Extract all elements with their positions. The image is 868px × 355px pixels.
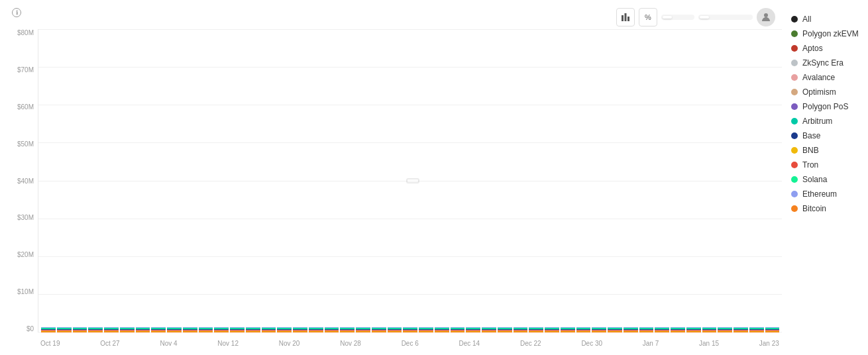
bar-group[interactable] — [183, 327, 197, 332]
bar-group[interactable] — [104, 327, 119, 332]
bar-group[interactable] — [514, 327, 528, 332]
bar-group[interactable] — [608, 327, 622, 332]
legend-item[interactable]: Base — [791, 131, 861, 140]
bar-group[interactable] — [120, 327, 135, 332]
bar-group[interactable] — [702, 327, 717, 332]
bar-group[interactable] — [419, 327, 433, 332]
x-label: Nov 28 — [340, 340, 361, 347]
bar-group[interactable] — [655, 327, 669, 332]
legend-item[interactable]: Optimism — [791, 87, 861, 97]
time-y-btn[interactable] — [742, 16, 751, 19]
bar-group[interactable] — [592, 327, 606, 332]
bars-container — [38, 29, 782, 332]
bar-group[interactable] — [624, 327, 638, 332]
legend-dot — [791, 176, 798, 183]
bar-chart-icon-btn[interactable] — [616, 8, 635, 26]
legend-item[interactable]: Aptos — [791, 44, 861, 53]
bar-group[interactable] — [167, 327, 182, 332]
svg-text:%: % — [645, 13, 651, 21]
legend-item[interactable]: Polygon zkEVM — [791, 29, 861, 38]
legend-item[interactable]: Bitcoin — [791, 204, 861, 213]
title-group: ℹ — [8, 8, 21, 19]
legend-dot — [791, 147, 798, 154]
bar-group[interactable] — [482, 327, 496, 332]
bar-group[interactable] — [686, 327, 701, 332]
legend-dot — [791, 162, 798, 168]
x-label: Dec 6 — [402, 340, 419, 347]
info-icon[interactable]: ℹ — [12, 8, 21, 17]
legend-item[interactable]: Polygon PoS — [791, 102, 861, 111]
bar-group[interactable] — [199, 327, 213, 332]
legend-item[interactable]: Arbitrum — [791, 117, 861, 126]
bar-group[interactable] — [545, 327, 559, 332]
filter-l2-btn[interactable] — [684, 16, 693, 19]
bar-group[interactable] — [451, 327, 465, 332]
bar-group[interactable] — [214, 327, 229, 332]
bar-group[interactable] — [529, 327, 543, 332]
x-labels: Oct 19Oct 27Nov 4Nov 12Nov 20Nov 28Dec 6… — [38, 340, 782, 347]
time-w-btn[interactable] — [710, 16, 720, 19]
bar-group[interactable] — [498, 327, 512, 332]
legend: AllPolygon zkEVMAptosZkSync EraAvalanceO… — [782, 8, 868, 347]
bar-group[interactable] — [293, 327, 307, 332]
legend-dot — [791, 132, 798, 139]
legend-label: Polygon zkEVM — [802, 29, 859, 38]
time-m-btn[interactable] — [721, 16, 730, 19]
bar-group[interactable] — [639, 327, 654, 332]
bar-group[interactable] — [733, 327, 748, 332]
time-d-btn[interactable] — [700, 16, 709, 19]
filter-l1-btn[interactable] — [673, 16, 682, 19]
bar-group[interactable] — [372, 327, 386, 332]
bar-group[interactable] — [435, 327, 449, 332]
bar-group[interactable] — [57, 327, 72, 332]
x-label: Dec 30 — [581, 340, 602, 347]
bar-group[interactable] — [41, 327, 56, 332]
legend-item[interactable]: Tron — [791, 160, 861, 170]
bar-group[interactable] — [356, 327, 370, 332]
bar-group[interactable] — [73, 327, 87, 332]
bar-group[interactable] — [88, 327, 103, 332]
legend-label: Arbitrum — [802, 117, 832, 126]
bar-group[interactable] — [765, 327, 780, 332]
bar-group[interactable] — [230, 327, 244, 332]
legend-item[interactable]: Solana — [791, 175, 861, 184]
bar-group[interactable] — [262, 327, 276, 332]
time-q-btn[interactable] — [732, 16, 741, 19]
bar-group[interactable] — [749, 327, 764, 332]
bar-group[interactable] — [671, 327, 685, 332]
bar-group[interactable] — [403, 327, 417, 332]
legend-dot — [791, 205, 798, 212]
bar-group[interactable] — [561, 327, 575, 332]
chart-wrapper: $80M $70M $60M $50M $40M $30M $20M $10M … — [8, 29, 782, 347]
y-label-10m: $10M — [17, 288, 34, 295]
bar-group[interactable] — [718, 327, 732, 332]
y-label-0: $0 — [27, 325, 34, 332]
x-label: Dec 14 — [459, 340, 480, 347]
bar-group[interactable] — [325, 327, 339, 332]
legend-dot — [791, 30, 798, 37]
bar-group[interactable] — [136, 327, 150, 332]
bar-group[interactable] — [246, 327, 260, 332]
bar-group[interactable] — [309, 327, 323, 332]
legend-item[interactable]: Ethereum — [791, 189, 861, 199]
x-label: Nov 20 — [279, 340, 300, 347]
bar-group[interactable] — [466, 327, 480, 332]
chart-header: ℹ % — [8, 8, 782, 26]
user-avatar-btn[interactable] — [757, 8, 775, 26]
filter-all-btn[interactable] — [663, 16, 672, 19]
legend-item[interactable]: ZkSync Era — [791, 58, 861, 68]
legend-item[interactable]: BNB — [791, 146, 861, 155]
bar-group[interactable] — [277, 327, 292, 332]
chart-inner: Oct 19Oct 27Nov 4Nov 12Nov 20Nov 28Dec 6… — [38, 29, 782, 347]
bar-group[interactable] — [151, 327, 166, 332]
legend-item[interactable]: All — [791, 15, 861, 24]
legend-item[interactable]: Avalance — [791, 73, 861, 82]
bar-group[interactable] — [388, 327, 402, 332]
x-label: Jan 23 — [759, 340, 779, 347]
legend-dot — [791, 60, 798, 66]
x-label: Oct 19 — [40, 340, 60, 347]
legend-label: Tron — [802, 160, 818, 170]
percent-icon-btn[interactable]: % — [639, 8, 657, 26]
bar-group[interactable] — [340, 327, 354, 332]
bar-group[interactable] — [576, 327, 591, 332]
